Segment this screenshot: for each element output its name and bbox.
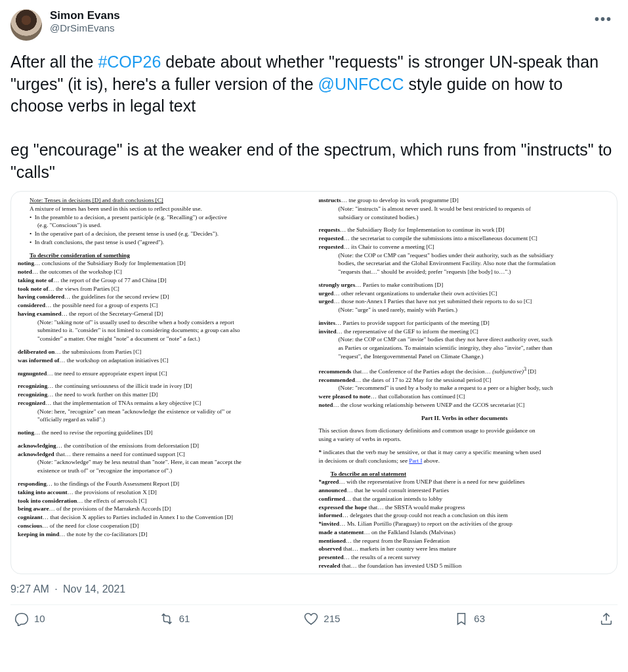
doc-line: were pleased to note… that collaboration… [319,393,611,401]
doc-line: nıgnııgnted… tne need to ensure appropri… [18,370,310,378]
doc-line: (Note: here, "recognize" can mean "ackno… [18,408,310,416]
tweet-timestamp[interactable]: 9:27 AM · Nov 14, 2021 [10,583,618,595]
handle[interactable]: @DrSimEvans [50,22,581,33]
doc-line: taking note of… the report of the Group … [18,277,310,285]
tweet-actions: 10 61 215 63 [10,609,618,626]
doc-line: took note of… the views from Parties [C] [18,285,310,293]
doc-line [18,438,310,442]
doc-line: using a variety of verbs in reports. [319,436,611,444]
share-icon [599,612,614,626]
doc-line: "consider" a matter. One might "note" a … [18,335,310,343]
doc-line: took into consideration… the effects of … [18,497,310,505]
doc-line: (e.g. "Conscious") is used. [18,222,310,230]
tweet-date: Nov 14, 2021 [63,583,125,595]
doc-line: subsidiary or constituted bodies.) [319,214,611,222]
doc-line: announced… that he would consult interes… [319,487,611,495]
doc-line: urged… those non-Annex I Parties that ha… [319,298,611,306]
doc-line: presented… the results of a recent surve… [319,554,611,562]
doc-line: Part II. Verbs in other documents [319,415,611,423]
doc-line: was informed of… the workshop on adaptat… [18,357,310,365]
retweet-count: 61 [179,613,190,624]
doc-line: This section draws from dictionary defin… [319,427,611,435]
bookmark-count: 63 [474,613,485,624]
doc-line: acknowledging… the contribution of the e… [18,442,310,450]
tweet-header: Simon Evans @DrSimEvans ••• [10,9,618,41]
doc-line: deliberated on… the submissions from Par… [18,348,310,356]
mention-link[interactable]: @UNFCCC [318,75,404,93]
doc-line [319,410,611,414]
doc-line: urged… other relevant organizations to u… [319,290,611,298]
reply-button[interactable]: 10 [14,612,45,626]
doc-line: recognizing… the need to work further on… [18,391,310,399]
bookmark-button[interactable]: 63 [454,612,485,626]
bookmark-icon [454,612,469,626]
doc-line [18,425,310,429]
doc-line: recognizing… the continuing seriousness … [18,383,310,390]
doc-line: (Note: "recommend" is used by a body to … [319,385,611,392]
doc-line [319,315,611,319]
retweet-button[interactable]: 61 [159,612,190,626]
doc-line [18,344,310,348]
doc-line: having examined… the report of the Secre… [18,310,310,318]
doc-line: (Note: "urge" is used rarely, mainly wit… [319,306,611,314]
doc-right-column: ınstructs… tne group to develop its work… [319,197,611,571]
doc-line: being aware… of the provisions of the Ma… [18,505,310,513]
doc-line: as Parties or organizations. To maintain… [319,345,611,352]
doc-line: responding… to the findings of the Fourt… [18,480,310,488]
doc-line: conscious… of the need for close coopera… [18,522,310,530]
doc-line: informed… delegates that the group could… [319,512,611,520]
more-button[interactable]: ••• [589,9,618,30]
doc-line [18,247,310,251]
doc-line: invited… the representative of the GEF t… [319,328,611,336]
share-button[interactable] [599,612,614,626]
doc-line: existence or truth of" or "recognize the… [18,467,310,475]
doc-line: (Note: the COP or CMP can "invite" bodie… [319,336,611,344]
doc-line: recommends that… the Conference of the P… [319,366,611,376]
embedded-image[interactable]: Note: Tenses in decisions [D] and draft … [10,191,618,574]
doc-line: made a statement… on the Falkland Island… [319,529,611,537]
doc-line: taking into account… the provisions of r… [18,489,310,497]
doc-line: in decisions or draft conclusions; see P… [319,457,611,465]
doc-line: To describe an oral statement [319,471,611,478]
display-name[interactable]: Simon Evans [50,9,581,22]
tweet-time: 9:27 AM [10,583,49,595]
doc-line: (Note: "acknowledge" may be less neutral… [18,459,310,467]
doc-line: requested… its Chair to convene a meetin… [319,243,611,251]
like-button[interactable]: 215 [304,612,340,626]
doc-line: cognizant… that decision X applies to Pa… [18,514,310,522]
doc-line: "requests that…" should be avoided; pref… [319,268,611,276]
doc-line: noting… the need to revise the reporting… [18,429,310,437]
hashtag-link[interactable]: #COP26 [98,52,161,71]
doc-line: "officially regard as valid".) [18,416,310,424]
doc-line: expressed the hope that… the SBSTA would… [319,504,611,512]
doc-line: mentioned… the request from the Russian … [319,537,611,545]
doc-line: acknowledged that… there remains a need … [18,451,310,459]
doc-line: requests… the Subsidiary Body for Implem… [319,226,611,234]
doc-line: • In the operative part of a decision, t… [18,230,310,238]
doc-line: submitted to it. "consider" is not limit… [18,327,310,335]
reply-icon [14,612,29,626]
doc-line: considered… the possible need for a grou… [18,302,310,310]
doc-line: • In the preamble to a decision, a prese… [18,214,310,222]
doc-line: observed that… markets in her country we… [319,545,611,553]
doc-line [319,423,611,427]
heart-icon [304,612,318,626]
doc-line [319,444,611,448]
doc-line: ınstructs… tne group to develop its work… [319,197,611,205]
doc-line: bodies, the secretariat and the Global E… [319,260,611,268]
doc-line: (Note: "taking note of" is usually used … [18,319,310,327]
avatar[interactable] [10,9,42,41]
doc-line: noted… the outcomes of the workshop [C] [18,268,310,276]
doc-line: recognized… that the implementation of T… [18,400,310,408]
doc-line: noting… conclusions of the Subsidiary Bo… [18,260,310,268]
doc-line: To describe consideration of something [18,252,310,260]
doc-line [319,466,611,470]
doc-line: keeping in mind… the note by the co-faci… [18,531,310,539]
doc-line: requested… the secretariat to compile th… [319,235,611,243]
doc-line: (Note: "instructs" is almost never used.… [319,205,611,213]
doc-line [319,222,611,226]
tweet-text: After all the #COP26 debate about whethe… [10,51,618,183]
doc-line [18,366,310,369]
doc-line [319,362,611,366]
doc-line: • In draft conclusions, the past tense i… [18,239,310,247]
